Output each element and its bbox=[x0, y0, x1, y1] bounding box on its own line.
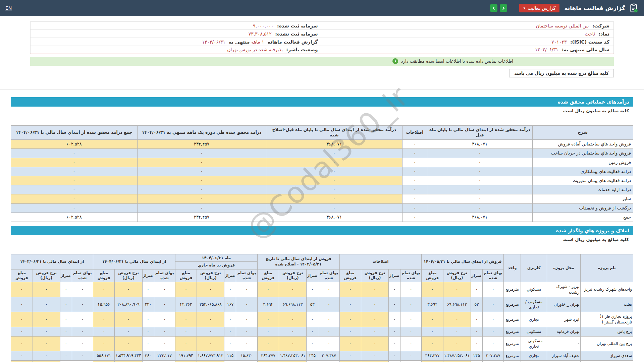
value-cell: ۰ bbox=[307, 312, 318, 327]
value-cell: ۰ bbox=[427, 194, 532, 203]
prev-report-button[interactable] bbox=[490, 4, 497, 12]
value-cell: ۰ bbox=[266, 203, 402, 213]
value-cell: ۰ bbox=[93, 312, 115, 327]
value-cell: ۰ bbox=[482, 297, 503, 312]
value-cell: ۰ bbox=[154, 336, 175, 351]
value-cell: ۰ bbox=[11, 327, 33, 336]
value-cell: ۰ bbox=[60, 312, 72, 327]
value-cell: ۰ bbox=[402, 140, 427, 149]
value-cell: ۰ bbox=[72, 282, 93, 297]
value-cell: ۲۴۵ bbox=[307, 351, 318, 361]
table-row: فروش واحد هاي ساختماني در جریان ساخت۰۰۰۰… bbox=[11, 149, 633, 158]
value-cell: ۰ bbox=[142, 336, 154, 351]
value-cell: ۰ bbox=[154, 297, 175, 312]
value-cell: ۰ bbox=[224, 312, 236, 327]
value-cell: ۰ bbox=[60, 297, 72, 312]
value-cell: ۰ bbox=[482, 312, 503, 327]
value-cell: ۰ bbox=[72, 297, 93, 312]
value-cell: ۴۵,۹۵۶ bbox=[93, 297, 115, 312]
value-cell: ۰ bbox=[115, 312, 142, 327]
value-cell: ۰ bbox=[471, 336, 482, 351]
value-cell: ۰ bbox=[266, 185, 402, 194]
column-header: مبلغ فروش bbox=[257, 269, 279, 282]
value-cell: ۰ bbox=[482, 327, 503, 336]
value-cell: ۰ bbox=[443, 360, 471, 362]
value-cell: ۰ bbox=[93, 360, 115, 362]
table-row: سال مالی منتهی به: ۱۴۰۴/۰۶/۳۱ وضعیت ناشر… bbox=[31, 46, 614, 54]
value-cell: ۰ bbox=[400, 336, 422, 351]
column-header: نام پروژه bbox=[581, 254, 633, 282]
value-cell: ۰ bbox=[389, 297, 400, 312]
column-header: نرخ فروش (ریال) bbox=[197, 269, 224, 282]
table-header-row: شرح درآمد محقق شده از ابتداي سال مالي تا… bbox=[11, 125, 633, 140]
amounts-unit-note: کلیه مبالغ درج شده به میلیون ریال می باش… bbox=[509, 69, 614, 77]
value-cell: ۰ bbox=[389, 351, 400, 361]
column-header: بهاي تمام شده bbox=[318, 269, 339, 282]
value-cell: ۰ bbox=[422, 312, 443, 327]
value-cell: ۰ bbox=[137, 203, 266, 213]
column-header: نرخ فروش (ریال) bbox=[443, 269, 471, 282]
report-type-dropdown[interactable]: گزارش فعالیت ▾ bbox=[519, 4, 559, 12]
value-cell: ۰ bbox=[482, 336, 503, 351]
table-row: فروش زمین۰۰۰۰۰ bbox=[11, 158, 633, 167]
chevron-left-icon bbox=[493, 6, 496, 10]
field-label: نماد: bbox=[598, 31, 609, 37]
project-name-cell: واحدهاي شهرک رشدیه تبریز bbox=[581, 282, 633, 297]
value-cell: ۰ bbox=[266, 158, 402, 167]
value-cell: ۶۹,۶۹۸,۱۱۳ bbox=[279, 297, 307, 312]
field-value: ۷۳,۳۰۸,۵۱۲ bbox=[249, 31, 272, 37]
next-report-button[interactable] bbox=[500, 4, 507, 12]
value-cell: ۰ bbox=[72, 351, 93, 361]
value-cell: ۰ bbox=[236, 360, 257, 362]
value-cell: ۶۰۲,۵۲۸ bbox=[11, 140, 138, 149]
value-cell: ۰ bbox=[11, 282, 33, 297]
page-title: گزارش فعالیت ماهانه bbox=[564, 5, 625, 11]
language-toggle[interactable]: EN bbox=[5, 5, 12, 11]
value-cell: ۰ bbox=[224, 282, 236, 297]
column-header: مبلغ فروش bbox=[175, 269, 197, 282]
value-cell: ۰ bbox=[175, 336, 197, 351]
value-cell: ۰ bbox=[482, 360, 503, 362]
value-cell: ۰ bbox=[137, 158, 266, 167]
value-cell: ۰ bbox=[11, 297, 33, 312]
projects-unit-note: کلیه مبالغ به میلیون ریال است bbox=[11, 235, 633, 244]
project-usage-cell: تجاري bbox=[521, 360, 547, 362]
project-name-cell: بعثت bbox=[581, 297, 633, 312]
project-name-cell: پروژه تجاري فاز ۱( نارنجستان گستر ) bbox=[581, 312, 633, 327]
value-cell: ۰ bbox=[361, 282, 388, 297]
value-cell: ۰ bbox=[197, 312, 224, 327]
value-cell: ۰ bbox=[33, 297, 60, 312]
value-cell: ۰ bbox=[11, 203, 138, 213]
column-header: نرخ فروش (ریال) bbox=[279, 269, 307, 282]
value-cell: ۰ bbox=[257, 336, 279, 351]
value-cell: ۰ bbox=[402, 176, 427, 185]
column-header: درآمد محقق شده طي دوره یک ماهه منتهي به … bbox=[137, 125, 266, 140]
value-cell: ۰ bbox=[197, 336, 224, 351]
group-header: فروش از ابتداي سال مالي تا تاریخ ۱۴۰۴/۰۵… bbox=[257, 254, 339, 269]
value-cell: ۲۰۷,۳۸۷ bbox=[482, 351, 503, 361]
field-label: وضعیت ناشر: bbox=[286, 47, 318, 52]
value-cell: ۰ bbox=[279, 312, 307, 327]
column-header: بهاي تمام شده bbox=[72, 269, 93, 282]
value-cell: ۰ bbox=[389, 336, 400, 351]
revenue-unit-note: کلیه مبالغ به میلیون ریال است bbox=[11, 107, 633, 115]
value-cell: ۰ bbox=[471, 312, 482, 327]
value-cell: ۰ bbox=[361, 297, 388, 312]
table-row: سعدي شیرازعفیف آباد شیرازتجاريمترمربع۲۰۷… bbox=[11, 351, 633, 361]
value-cell: ۲۳۴,۴۵۷ bbox=[137, 213, 266, 222]
value-cell: ۰ bbox=[402, 213, 427, 222]
value-cell: ۰ bbox=[422, 327, 443, 336]
value-cell: ۰ bbox=[400, 360, 422, 362]
value-cell: ۰ bbox=[154, 282, 175, 297]
table-row: سایر۰۰۰۰۰ bbox=[11, 194, 633, 203]
value-cell: ۰ bbox=[11, 176, 138, 185]
value-cell: ۰ bbox=[60, 327, 72, 336]
table-row: برج یاستهران فرمانیهمسکونيمترمربع۰۰۰۰۰۰۰… bbox=[11, 327, 633, 336]
column-header: نرخ فروش (ریال) bbox=[33, 269, 60, 282]
table-row: شرکت: بین المللي توسعه ساختمان سرمایه ثب… bbox=[31, 22, 614, 30]
info-icon: i bbox=[392, 58, 398, 64]
value-cell: ۰ bbox=[154, 360, 175, 362]
value-cell: ۰ bbox=[427, 176, 532, 185]
value-cell: ۳۶۰ bbox=[142, 351, 154, 361]
value-cell: ۰ bbox=[318, 282, 339, 297]
